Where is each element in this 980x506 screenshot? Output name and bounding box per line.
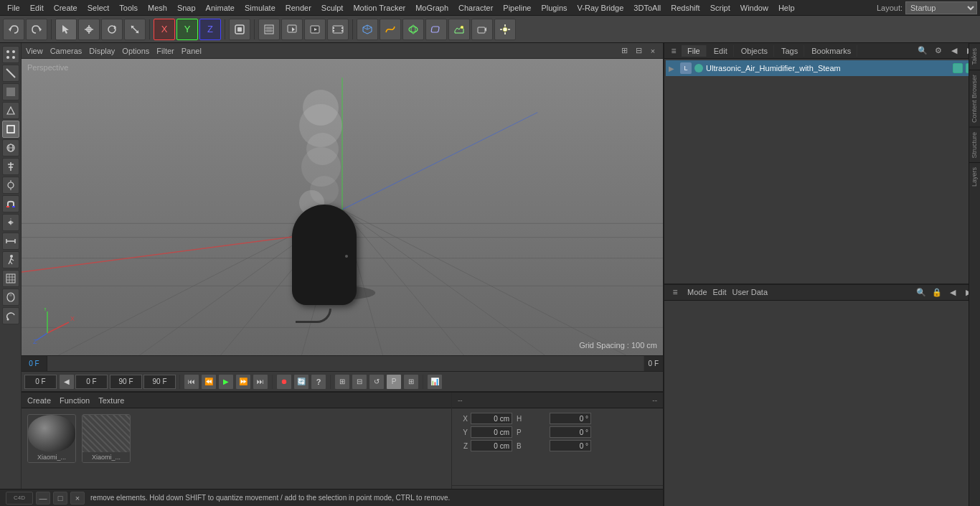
sb-sculpt-tools[interactable] — [2, 289, 19, 306]
mat-menu-function[interactable]: Function — [60, 396, 90, 405]
rot-p-input[interactable] — [550, 426, 591, 438]
vp-menu-view[interactable]: View — [26, 47, 43, 55]
record-btn[interactable]: ⏺ — [276, 374, 292, 390]
render-all-button[interactable] — [304, 19, 326, 40]
select-mode-button[interactable] — [55, 19, 77, 40]
material-swatch-1[interactable]: Xiaomi_... — [27, 414, 76, 463]
menu-edit[interactable]: Edit — [26, 2, 48, 14]
attr-lock-icon[interactable]: 🔒 — [930, 286, 944, 299]
vtab-content-browser[interactable]: Content Browser — [969, 70, 980, 127]
layout-btn5[interactable]: ⊞ — [403, 374, 419, 390]
menu-mograph[interactable]: MoGraph — [411, 2, 453, 14]
menu-select[interactable]: Select — [83, 2, 114, 14]
status-close-btn[interactable]: × — [70, 492, 85, 505]
sb-snap[interactable] — [2, 177, 19, 194]
menu-simulate[interactable]: Simulate — [240, 2, 280, 14]
object-row-humidifier[interactable]: ▶ L Ultrasonic_Air_Humidifier_with_Steam — [666, 60, 979, 76]
parent-button[interactable] — [229, 19, 250, 40]
status-cinema4d-icon[interactable]: C4D — [22, 492, 33, 505]
render-view-button[interactable] — [281, 19, 303, 40]
sb-mode-points[interactable] — [2, 46, 19, 63]
vtab-takes[interactable]: Takes — [969, 43, 980, 70]
axis-z-button[interactable]: Z — [199, 19, 221, 40]
objects-list[interactable]: ▶ L Ultrasonic_Air_Humidifier_with_Steam — [664, 59, 980, 284]
menu-redshift[interactable]: Redshift — [666, 2, 704, 14]
sb-mode-model[interactable] — [2, 121, 19, 138]
go-start-btn[interactable]: ⏮ — [184, 374, 199, 390]
frame-current-field[interactable]: 0 F — [75, 375, 108, 389]
viewport[interactable]: View Cameras Display Options Filter Pane… — [22, 43, 663, 355]
prev-frame-btn[interactable]: ⏪ — [201, 374, 217, 390]
mat-menu-create[interactable]: Create — [27, 396, 51, 405]
menu-tools[interactable]: Tools — [115, 2, 142, 14]
status-minimize-btn[interactable]: — — [36, 492, 50, 505]
vp-icon-split[interactable]: ⊟ — [633, 45, 644, 57]
sb-measure[interactable] — [2, 233, 19, 250]
layout-btn3[interactable]: ↺ — [369, 374, 385, 390]
transform-button[interactable] — [78, 19, 100, 40]
pos-y-input[interactable] — [471, 426, 512, 438]
render-movie-button[interactable] — [327, 19, 349, 40]
frame-start-field[interactable]: 0 F — [24, 375, 57, 389]
menu-script[interactable]: Script — [706, 2, 735, 14]
sb-mode-texture[interactable] — [2, 139, 19, 156]
expand-icon[interactable]: ▶ — [669, 65, 677, 72]
menu-vray[interactable]: V-Ray Bridge — [573, 2, 628, 14]
obj-search-icon[interactable]: 🔍 — [915, 44, 930, 57]
sb-mirror[interactable] — [2, 214, 19, 231]
light-button[interactable] — [494, 19, 516, 40]
attr-search-icon[interactable]: 🔍 — [914, 286, 928, 299]
help-btn[interactable]: ? — [311, 374, 326, 390]
mat-menu-texture[interactable]: Texture — [98, 396, 124, 405]
nurbs-button[interactable] — [402, 19, 424, 40]
attr-menu-userdata[interactable]: User Data — [732, 288, 768, 296]
menu-window[interactable]: Window — [736, 2, 773, 14]
attr-icon-menu[interactable]: ≡ — [669, 286, 682, 299]
vp-menu-display[interactable]: Display — [89, 47, 115, 55]
attr-back-icon[interactable]: ◀ — [946, 286, 960, 299]
tab-tags[interactable]: Tags — [776, 45, 804, 57]
vp-menu-filter[interactable]: Filter — [156, 47, 174, 55]
sb-mode-edges[interactable] — [2, 65, 19, 82]
layout-btn4[interactable]: P — [386, 374, 402, 390]
sb-mode-rigging[interactable] — [2, 158, 19, 175]
sb-walk[interactable] — [2, 251, 19, 268]
layout-btn1[interactable]: ⊞ — [334, 374, 350, 390]
obj-icon-menu[interactable]: ≡ — [667, 44, 680, 57]
timeline[interactable]: 0 F 0 45 90 135 180 — [22, 355, 663, 371]
loop-btn[interactable]: 🔄 — [293, 374, 309, 390]
menu-animate[interactable]: Animate — [202, 2, 239, 14]
attr-menu-edit[interactable]: Edit — [713, 288, 727, 296]
frame-end-field[interactable]: 90 F — [110, 375, 142, 389]
vtab-layers[interactable]: Layers — [969, 162, 980, 191]
sb-grid[interactable] — [2, 270, 19, 287]
sb-paint[interactable] — [2, 307, 19, 324]
deformer-button[interactable] — [425, 19, 447, 40]
obj-back-icon[interactable]: ◀ — [947, 44, 961, 57]
menu-snap[interactable]: Snap — [173, 2, 200, 14]
vp-menu-cameras[interactable]: Cameras — [50, 47, 83, 55]
camera-button[interactable] — [471, 19, 493, 40]
menu-motion-tracker[interactable]: Motion Tracker — [349, 2, 410, 14]
tab-objects[interactable]: Objects — [735, 45, 774, 57]
layout-btn2[interactable]: ⊟ — [352, 374, 367, 390]
vtab-structure[interactable]: Structure — [969, 127, 980, 163]
layout-select[interactable]: Startup — [905, 1, 977, 14]
redo-button[interactable] — [26, 19, 47, 40]
next-frame-btn[interactable]: ⏩ — [235, 374, 251, 390]
frame-max-field[interactable]: 90 F — [143, 375, 176, 389]
undo-button[interactable] — [3, 19, 24, 40]
menu-sculpt[interactable]: Sculpt — [317, 2, 348, 14]
vp-icon-expand[interactable]: ⊞ — [618, 45, 630, 57]
rot-h-input[interactable] — [550, 413, 591, 424]
cube-button[interactable] — [357, 19, 378, 40]
axis-x-button[interactable]: X — [154, 19, 175, 40]
menu-render[interactable]: Render — [281, 2, 316, 14]
material-swatch-2[interactable]: Xiaomi_... — [82, 414, 131, 463]
status-maximize-btn[interactable]: □ — [53, 492, 67, 505]
menu-help[interactable]: Help — [774, 2, 799, 14]
pos-z-input[interactable] — [471, 440, 512, 451]
sb-magnet[interactable] — [2, 195, 19, 212]
tab-edit[interactable]: Edit — [708, 45, 734, 57]
sb-mode-uv[interactable] — [2, 102, 19, 119]
